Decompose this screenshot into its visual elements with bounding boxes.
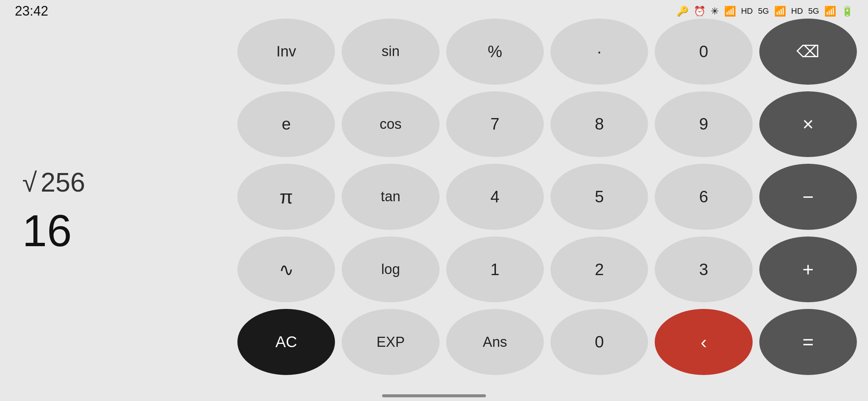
- two-button[interactable]: 2: [550, 237, 648, 303]
- alarm-icon: ⏰: [694, 6, 706, 17]
- percent-button[interactable]: %: [446, 19, 544, 85]
- signal-5g-1: 5G: [758, 6, 769, 16]
- exp-button[interactable]: EXP: [342, 309, 439, 375]
- del-button[interactable]: ‹: [655, 309, 752, 375]
- wifi-icon: 📶: [724, 6, 736, 17]
- signal-hd-2: HD: [791, 6, 803, 16]
- expression-display: √ 256: [22, 167, 85, 198]
- e-button[interactable]: e: [237, 91, 335, 157]
- dot-button[interactable]: ·: [550, 19, 648, 85]
- signal-bar-2: 📶: [824, 6, 836, 17]
- three-button[interactable]: 3: [655, 237, 752, 303]
- seven-button[interactable]: 7: [446, 91, 544, 157]
- bluetooth-icon: ✳: [711, 6, 719, 17]
- key-icon: 🔑: [677, 6, 688, 17]
- status-time: 23:42: [15, 3, 48, 19]
- zero-top-button[interactable]: 0: [655, 19, 752, 85]
- one-button[interactable]: 1: [446, 237, 544, 303]
- log-button[interactable]: log: [342, 237, 439, 303]
- cos-button[interactable]: cos: [342, 91, 439, 157]
- minus-button[interactable]: −: [759, 164, 857, 230]
- backspace-button[interactable]: ⌫: [759, 19, 857, 85]
- five-button[interactable]: 5: [550, 164, 648, 230]
- home-indicator: [382, 394, 486, 397]
- ac-button[interactable]: AC: [237, 309, 335, 375]
- plus-button[interactable]: +: [759, 237, 857, 303]
- four-button[interactable]: 4: [446, 164, 544, 230]
- equals-button[interactable]: =: [759, 309, 857, 375]
- multiply-button[interactable]: ×: [759, 91, 857, 157]
- result-display: 16: [22, 205, 72, 256]
- signal-hd-5g-1: HD: [741, 6, 753, 16]
- buttons-area: Invsin%·0⌫ecos789×πtan456−∿log123+ACEXPA…: [226, 11, 868, 390]
- zero-button[interactable]: 0: [550, 309, 648, 375]
- display-area: √ 256 16: [0, 22, 226, 401]
- inv-button[interactable]: Inv: [237, 19, 335, 85]
- pi-button[interactable]: π: [237, 164, 335, 230]
- signal-5g-2: 5G: [808, 6, 819, 16]
- sqrt-symbol: √: [22, 167, 37, 198]
- status-bar: 23:42 🔑 ⏰ ✳ 📶 HD 5G 📶 HD 5G 📶 🔋: [0, 0, 868, 22]
- expression-value: 256: [41, 167, 85, 198]
- eight-button[interactable]: 8: [550, 91, 648, 157]
- signal-bar-1: 📶: [774, 6, 786, 17]
- status-icons: 🔑 ⏰ ✳ 📶 HD 5G 📶 HD 5G 📶 🔋: [677, 6, 853, 17]
- func-button[interactable]: ∿: [237, 237, 335, 303]
- sin-button[interactable]: sin: [342, 19, 439, 85]
- nine-button[interactable]: 9: [655, 91, 752, 157]
- tan-button[interactable]: tan: [342, 164, 439, 230]
- battery-icon: 🔋: [841, 6, 853, 17]
- ans-button[interactable]: Ans: [446, 309, 544, 375]
- six-button[interactable]: 6: [655, 164, 752, 230]
